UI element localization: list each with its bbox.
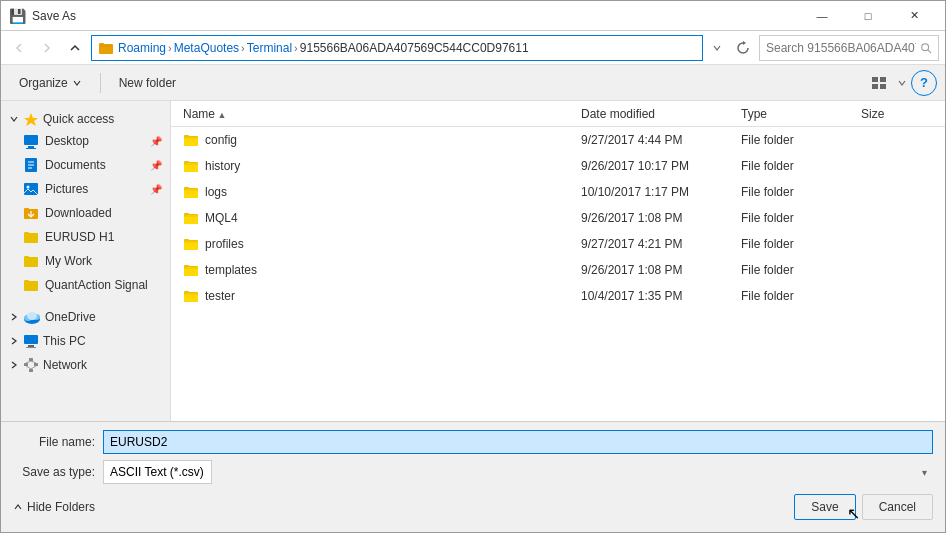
svg-rect-5: [880, 77, 886, 82]
svg-rect-9: [24, 135, 38, 145]
svg-line-3: [928, 49, 931, 52]
svg-rect-4: [872, 77, 878, 82]
file-rows-container: config 9/27/2017 4:44 PM File folder his…: [171, 127, 945, 309]
up-button[interactable]: [63, 36, 87, 60]
close-button[interactable]: ✕: [891, 1, 937, 31]
window-title: Save As: [32, 9, 76, 23]
file-name-cell: profiles: [179, 236, 577, 252]
sidebar-item-desktop[interactable]: Desktop 📌: [1, 129, 170, 153]
main-area: Quick access Desktop 📌: [1, 101, 945, 421]
file-type: File folder: [737, 289, 857, 303]
table-row[interactable]: history 9/26/2017 10:17 PM File folder: [171, 153, 945, 179]
crumb-roaming[interactable]: Roaming: [118, 41, 166, 55]
search-icon: [920, 41, 932, 55]
sidebar-section-quick-access[interactable]: Quick access: [1, 105, 170, 129]
up-icon: [69, 42, 81, 54]
sidebar-network[interactable]: Network: [1, 351, 170, 375]
file-name: MQL4: [205, 211, 238, 225]
organize-button[interactable]: Organize: [9, 69, 92, 97]
svg-rect-7: [880, 84, 886, 89]
folder-icon: [183, 132, 199, 148]
breadcrumb: Roaming › MetaQuotes › Terminal › 915566…: [118, 41, 529, 55]
sidebar-thispc[interactable]: This PC: [1, 327, 170, 351]
svg-rect-21: [24, 232, 29, 234]
sidebar-item-quantaction[interactable]: QuantAction Signal: [1, 273, 170, 297]
svg-rect-43: [184, 137, 198, 146]
svg-rect-6: [872, 84, 878, 89]
filename-row: File name:: [13, 430, 933, 454]
sidebar-item-downloaded[interactable]: Downloaded: [1, 201, 170, 225]
hide-folders-button[interactable]: Hide Folders: [13, 500, 95, 514]
minimize-button[interactable]: —: [799, 1, 845, 31]
sidebar-onedrive[interactable]: OneDrive: [1, 303, 170, 327]
file-date: 9/26/2017 1:08 PM: [577, 263, 737, 277]
col-header-name[interactable]: Name: [179, 107, 577, 121]
folder-icon: [183, 184, 199, 200]
table-row[interactable]: logs 10/10/2017 1:17 PM File folder: [171, 179, 945, 205]
folder-icon: [183, 288, 199, 304]
svg-rect-49: [184, 189, 198, 198]
search-input[interactable]: [766, 41, 916, 55]
file-type: File folder: [737, 263, 857, 277]
title-bar: 💾 Save As — □ ✕: [1, 1, 945, 31]
title-bar-left: 💾 Save As: [9, 8, 76, 24]
sidebar-downloaded-label: Downloaded: [45, 206, 162, 220]
file-name-cell: templates: [179, 262, 577, 278]
savetype-select[interactable]: ASCII Text (*.csv) CSV (*.csv) All Files…: [103, 460, 212, 484]
address-bar[interactable]: Roaming › MetaQuotes › Terminal › 915566…: [91, 35, 703, 61]
mywork-folder-icon: [23, 253, 39, 269]
file-name: templates: [205, 263, 257, 277]
refresh-icon: [736, 41, 750, 55]
pin-icon-documents: 📌: [150, 160, 162, 171]
table-row[interactable]: profiles 9/27/2017 4:21 PM File folder: [171, 231, 945, 257]
pin-icon-pictures: 📌: [150, 184, 162, 195]
save-button[interactable]: Save: [794, 494, 855, 520]
svg-rect-10: [28, 146, 34, 148]
maximize-button[interactable]: □: [845, 1, 891, 31]
downloaded-folder-icon: [23, 205, 39, 221]
savetype-label: Save as type:: [13, 465, 103, 479]
cancel-button[interactable]: Cancel: [862, 494, 933, 520]
new-folder-button[interactable]: New folder: [109, 69, 186, 97]
crumb-id[interactable]: 915566BA06ADA407569C544CC0D97611: [300, 41, 529, 55]
chevron-right-pc-icon: [9, 336, 19, 346]
view-options-button[interactable]: [865, 69, 893, 97]
sidebar-item-pictures[interactable]: Pictures 📌: [1, 177, 170, 201]
table-row[interactable]: tester 10/4/2017 1:35 PM File folder: [171, 283, 945, 309]
table-row[interactable]: MQL4 9/26/2017 1:08 PM File folder: [171, 205, 945, 231]
crumb-terminal[interactable]: Terminal: [247, 41, 292, 55]
sidebar-item-mywork[interactable]: My Work: [1, 249, 170, 273]
refresh-button[interactable]: [731, 36, 755, 60]
sidebar-item-documents[interactable]: Documents 📌: [1, 153, 170, 177]
eurusd-folder-icon: [23, 229, 39, 245]
sidebar-item-eurusd[interactable]: EURUSD H1: [1, 225, 170, 249]
organize-dropdown-icon: [72, 78, 82, 88]
svg-rect-32: [26, 347, 36, 348]
table-row[interactable]: templates 9/26/2017 1:08 PM File folder: [171, 257, 945, 283]
svg-line-37: [26, 361, 31, 363]
crumb-metaquotes[interactable]: MetaQuotes: [174, 41, 239, 55]
sidebar: Quick access Desktop 📌: [1, 101, 171, 421]
col-header-date[interactable]: Date modified: [577, 107, 737, 121]
file-type: File folder: [737, 133, 857, 147]
col-header-type[interactable]: Type: [737, 107, 857, 121]
file-name-cell: config: [179, 132, 577, 148]
table-row[interactable]: config 9/27/2017 4:44 PM File folder: [171, 127, 945, 153]
sidebar-mywork-label: My Work: [45, 254, 162, 268]
svg-rect-30: [24, 335, 38, 344]
search-bar[interactable]: [759, 35, 939, 61]
file-name: history: [205, 159, 240, 173]
folder-icon: [183, 158, 199, 174]
file-name: logs: [205, 185, 227, 199]
col-header-size[interactable]: Size: [857, 107, 937, 121]
file-date: 10/4/2017 1:35 PM: [577, 289, 737, 303]
back-button[interactable]: [7, 36, 31, 60]
chevron-right-icon: [9, 312, 19, 322]
forward-icon: [41, 42, 53, 54]
address-dropdown-button[interactable]: [707, 35, 727, 61]
forward-button[interactable]: [35, 36, 59, 60]
sidebar-quantaction-label: QuantAction Signal: [45, 278, 162, 292]
help-button[interactable]: ?: [911, 70, 937, 96]
filename-input[interactable]: [103, 430, 933, 454]
file-name: tester: [205, 289, 235, 303]
